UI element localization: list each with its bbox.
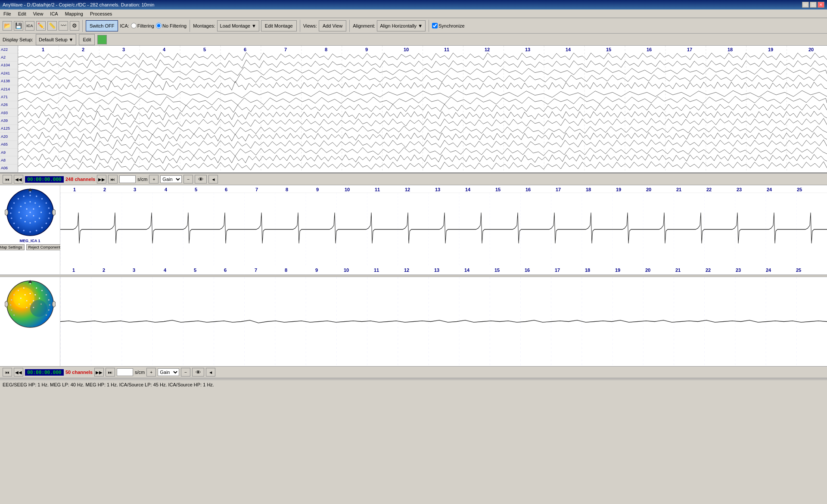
svg-text:23: 23: [737, 187, 742, 192]
svg-text:9: 9: [315, 268, 318, 273]
top-speed-input[interactable]: 0.4: [119, 175, 136, 183]
svg-text:20: 20: [646, 187, 651, 192]
top-speed-increase-button[interactable]: +: [149, 175, 159, 184]
svg-text:18: 18: [728, 47, 733, 52]
top-gain-dropdown[interactable]: Gain: [160, 175, 182, 183]
edit-setup-button[interactable]: Edit: [79, 34, 95, 45]
align-horizontally-button[interactable]: Align Horizontally ▼: [377, 20, 426, 31]
bottom-rewind-to-start-button[interactable]: ⏮: [3, 368, 12, 376]
separator-2: [190, 20, 190, 32]
top-gain-minus-button[interactable]: −: [183, 175, 193, 184]
svg-point-170: [5, 301, 8, 307]
toolbar-icon-6[interactable]: ⚙: [70, 21, 79, 31]
svg-point-165: [33, 307, 34, 308]
channel-label-a39: A39: [0, 117, 18, 124]
window-controls[interactable]: ─ □ ✕: [802, 2, 824, 8]
svg-text:11: 11: [375, 187, 380, 192]
top-eye-button[interactable]: 👁: [195, 175, 207, 184]
svg-text:17: 17: [556, 187, 561, 192]
svg-point-144: [23, 287, 24, 289]
svg-text:13: 13: [435, 187, 440, 192]
no-filtering-radio[interactable]: [156, 23, 162, 28]
play-forward-button[interactable]: ▶▶: [97, 175, 106, 184]
ica-icon[interactable]: ICA: [25, 21, 34, 31]
color-indicator: [97, 35, 107, 44]
menu-mapping[interactable]: Mapping: [63, 10, 85, 17]
channel-label-a2: A2: [0, 53, 18, 61]
channel-label-a125: A125: [0, 125, 18, 133]
bottom-gain-dropdown[interactable]: Gain: [158, 368, 179, 376]
bottom-eye-button[interactable]: 👁: [192, 368, 204, 376]
filtering-option[interactable]: Filtering: [131, 23, 154, 28]
svg-text:1: 1: [42, 47, 44, 52]
titlebar: AnyWave - D:/Data/hje/2 - Copie/c.rfDC -…: [0, 0, 827, 9]
no-filtering-option[interactable]: No Filtering: [156, 23, 187, 28]
maximize-button[interactable]: □: [810, 2, 817, 8]
top-arrow-left-button[interactable]: ◄: [208, 175, 218, 184]
svg-text:2: 2: [103, 187, 106, 192]
separator-5: [429, 20, 429, 32]
svg-point-159: [24, 294, 25, 296]
svg-point-157: [29, 293, 31, 294]
svg-point-55: [49, 212, 50, 214]
menu-processes[interactable]: Processes: [88, 10, 114, 17]
skip-forward-button[interactable]: ⏭: [108, 175, 118, 184]
svg-point-75: [34, 221, 36, 222]
reject-component-button[interactable]: Reject Component: [26, 244, 63, 250]
load-montage-dropdown-icon[interactable]: ▼: [252, 23, 256, 28]
ica-1-timeline: 1 2 3 4 5 6 7 8 9 10 11 12 13 14 15 16 1: [60, 185, 827, 193]
edit-montage-button[interactable]: Edit Montage: [261, 20, 297, 31]
bottom-play-back-button[interactable]: ◀◀: [14, 368, 23, 376]
svg-point-50: [17, 198, 19, 199]
default-setup-button[interactable]: Default Setup ▼: [36, 34, 77, 45]
toolbar-icon-5[interactable]: 〰: [59, 21, 68, 31]
bottom-speed-increase-button[interactable]: +: [146, 368, 156, 376]
bottom-speed-input[interactable]: 0.5: [117, 368, 133, 376]
svg-point-83: [5, 209, 8, 215]
add-view-button[interactable]: Add View: [319, 20, 346, 31]
svg-point-45: [29, 191, 31, 193]
menu-edit[interactable]: Edit: [16, 10, 28, 17]
svg-point-160: [39, 298, 40, 299]
setup-dropdown-icon[interactable]: ▼: [69, 37, 74, 42]
filtering-radio[interactable]: [131, 23, 137, 28]
load-montage-button[interactable]: Load Montage ▼: [217, 20, 259, 31]
bottom-play-forward-button[interactable]: ▶▶: [94, 368, 104, 376]
synchronize-checkbox-label[interactable]: Synchronize: [432, 23, 465, 28]
close-button[interactable]: ✕: [818, 2, 824, 8]
svg-text:13: 13: [525, 47, 530, 52]
rewind-to-start-button[interactable]: ⏮: [3, 175, 12, 184]
svg-point-63: [36, 230, 37, 231]
svg-point-74: [20, 218, 21, 219]
ica-component-2-panel: [0, 277, 827, 366]
toolbar-icon-2[interactable]: 💾: [14, 21, 23, 31]
switch-off-button[interactable]: Switch OFF: [86, 20, 118, 31]
svg-text:9: 9: [316, 187, 319, 192]
menu-view[interactable]: View: [31, 10, 45, 17]
svg-text:18: 18: [586, 187, 591, 192]
play-back-button[interactable]: ◀◀: [14, 175, 23, 184]
bottom-skip-forward-button[interactable]: ⏭: [106, 368, 115, 376]
ica-component-1-label: MEG_ICA 1: [19, 239, 40, 243]
synchronize-checkbox[interactable]: [432, 23, 438, 28]
toolbar-icon-3[interactable]: ✏️: [36, 21, 46, 31]
svg-point-150: [11, 299, 12, 301]
toolbar-icon-1[interactable]: 📂: [3, 21, 12, 31]
separator-1: [82, 20, 83, 32]
separator-3: [300, 20, 300, 32]
svg-point-59: [45, 223, 47, 224]
bottom-gain-minus-button[interactable]: −: [181, 368, 190, 376]
svg-point-57: [48, 218, 49, 219]
align-dropdown-icon[interactable]: ▼: [418, 23, 423, 28]
bottom-playback-bar: ⏮ ◀◀ 00:00:00.000 50 channels ▶▶ ⏭ 0.5 s…: [0, 366, 827, 378]
svg-point-141: [30, 300, 47, 317]
svg-point-161: [20, 298, 21, 299]
svg-point-72: [18, 212, 19, 213]
toolbar-icon-4[interactable]: 📏: [47, 21, 57, 31]
menu-file[interactable]: File: [2, 10, 13, 17]
bottom-arrow-left-button[interactable]: ◄: [206, 368, 215, 376]
minimize-button[interactable]: ─: [802, 2, 809, 8]
svg-point-77: [29, 222, 31, 224]
map-settings-button[interactable]: Map Settings: [0, 244, 25, 250]
menu-ica[interactable]: ICA: [48, 10, 59, 17]
